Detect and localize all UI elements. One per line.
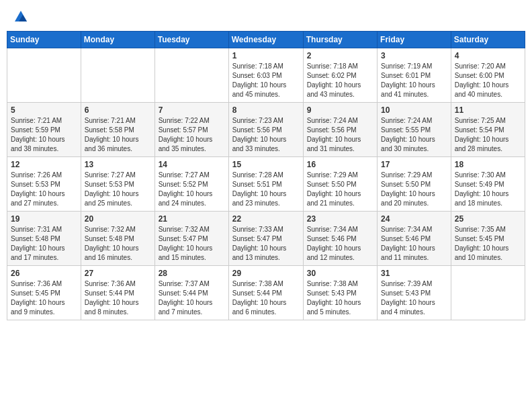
day-number: 31 — [381, 269, 447, 278]
day-info: Sunrise: 7:30 AM Sunset: 5:49 PM Dayligh… — [455, 171, 521, 208]
day-info: Sunrise: 7:18 AM Sunset: 6:02 PM Dayligh… — [307, 62, 373, 99]
day-info: Sunrise: 7:38 AM Sunset: 5:43 PM Dayligh… — [307, 279, 373, 317]
day-info: Sunrise: 7:36 AM Sunset: 5:45 PM Dayligh… — [11, 279, 77, 317]
day-info: Sunrise: 7:27 AM Sunset: 5:52 PM Dayligh… — [159, 171, 225, 208]
calendar-cell: 19Sunrise: 7:31 AM Sunset: 5:48 PM Dayli… — [7, 212, 81, 266]
calendar-cell: 11Sunrise: 7:25 AM Sunset: 5:54 PM Dayli… — [451, 103, 525, 157]
calendar-cell: 22Sunrise: 7:33 AM Sunset: 5:47 PM Dayli… — [228, 212, 303, 266]
day-info: Sunrise: 7:23 AM Sunset: 5:56 PM Dayligh… — [232, 116, 300, 154]
weekday-header-friday: Friday — [378, 32, 451, 48]
calendar-cell: 17Sunrise: 7:29 AM Sunset: 5:50 PM Dayli… — [378, 157, 451, 212]
day-info: Sunrise: 7:26 AM Sunset: 5:53 PM Dayligh… — [11, 171, 77, 208]
calendar-cell: 3Sunrise: 7:19 AM Sunset: 6:01 PM Daylig… — [378, 48, 451, 103]
calendar-cell: 7Sunrise: 7:22 AM Sunset: 5:57 PM Daylig… — [154, 103, 228, 157]
calendar-cell — [81, 48, 154, 103]
calendar-cell — [7, 48, 81, 103]
day-info: Sunrise: 7:37 AM Sunset: 5:44 PM Dayligh… — [159, 279, 225, 317]
day-number: 16 — [307, 160, 373, 169]
calendar-cell: 8Sunrise: 7:23 AM Sunset: 5:56 PM Daylig… — [228, 103, 303, 157]
calendar-cell: 5Sunrise: 7:21 AM Sunset: 5:59 PM Daylig… — [7, 103, 81, 157]
day-info: Sunrise: 7:22 AM Sunset: 5:57 PM Dayligh… — [159, 116, 225, 154]
day-info: Sunrise: 7:34 AM Sunset: 5:46 PM Dayligh… — [381, 225, 447, 263]
calendar-cell: 1Sunrise: 7:18 AM Sunset: 6:03 PM Daylig… — [228, 48, 303, 103]
calendar-week-2: 5Sunrise: 7:21 AM Sunset: 5:59 PM Daylig… — [7, 103, 525, 157]
day-info: Sunrise: 7:36 AM Sunset: 5:44 PM Dayligh… — [85, 279, 151, 317]
day-number: 5 — [11, 105, 77, 115]
day-number: 17 — [381, 160, 447, 169]
day-info: Sunrise: 7:19 AM Sunset: 6:01 PM Dayligh… — [381, 62, 447, 99]
calendar-cell: 28Sunrise: 7:37 AM Sunset: 5:44 PM Dayli… — [154, 266, 228, 320]
day-info: Sunrise: 7:28 AM Sunset: 5:51 PM Dayligh… — [232, 171, 300, 208]
weekday-header-wednesday: Wednesday — [228, 32, 303, 48]
calendar-cell: 30Sunrise: 7:38 AM Sunset: 5:43 PM Dayli… — [303, 266, 377, 320]
calendar-cell: 13Sunrise: 7:27 AM Sunset: 5:53 PM Dayli… — [81, 157, 154, 212]
day-number: 18 — [455, 160, 521, 169]
calendar-cell — [154, 48, 228, 103]
calendar-cell: 23Sunrise: 7:34 AM Sunset: 5:46 PM Dayli… — [303, 212, 377, 266]
calendar-cell: 4Sunrise: 7:20 AM Sunset: 6:00 PM Daylig… — [451, 48, 525, 103]
day-number: 15 — [232, 160, 300, 169]
day-info: Sunrise: 7:21 AM Sunset: 5:59 PM Dayligh… — [11, 116, 77, 154]
day-number: 25 — [455, 214, 521, 224]
day-info: Sunrise: 7:21 AM Sunset: 5:58 PM Dayligh… — [85, 116, 151, 154]
day-number: 19 — [11, 214, 77, 224]
day-info: Sunrise: 7:24 AM Sunset: 5:56 PM Dayligh… — [307, 116, 373, 154]
day-number: 22 — [232, 214, 300, 224]
day-number: 3 — [381, 51, 447, 60]
calendar-cell: 26Sunrise: 7:36 AM Sunset: 5:45 PM Dayli… — [7, 266, 81, 320]
weekday-header-monday: Monday — [81, 32, 154, 48]
calendar-cell: 14Sunrise: 7:27 AM Sunset: 5:52 PM Dayli… — [154, 157, 228, 212]
weekday-header-sunday: Sunday — [7, 32, 81, 48]
calendar-cell: 18Sunrise: 7:30 AM Sunset: 5:49 PM Dayli… — [451, 157, 525, 212]
logo — [12, 9, 28, 24]
calendar-week-3: 12Sunrise: 7:26 AM Sunset: 5:53 PM Dayli… — [7, 157, 525, 212]
calendar-week-1: 1Sunrise: 7:18 AM Sunset: 6:03 PM Daylig… — [7, 48, 525, 103]
calendar-header-row: SundayMondayTuesdayWednesdayThursdayFrid… — [7, 32, 525, 48]
day-info: Sunrise: 7:39 AM Sunset: 5:43 PM Dayligh… — [381, 279, 447, 317]
calendar-cell: 2Sunrise: 7:18 AM Sunset: 6:02 PM Daylig… — [303, 48, 377, 103]
day-number: 1 — [232, 51, 300, 60]
day-info: Sunrise: 7:35 AM Sunset: 5:45 PM Dayligh… — [455, 225, 521, 263]
day-info: Sunrise: 7:31 AM Sunset: 5:48 PM Dayligh… — [11, 225, 77, 263]
day-info: Sunrise: 7:29 AM Sunset: 5:50 PM Dayligh… — [381, 171, 447, 208]
day-number: 2 — [307, 51, 373, 60]
calendar-cell: 29Sunrise: 7:38 AM Sunset: 5:44 PM Dayli… — [228, 266, 303, 320]
day-info: Sunrise: 7:32 AM Sunset: 5:47 PM Dayligh… — [159, 225, 225, 263]
day-info: Sunrise: 7:24 AM Sunset: 5:55 PM Dayligh… — [381, 116, 447, 154]
day-number: 8 — [232, 105, 300, 115]
day-number: 29 — [232, 269, 300, 278]
day-info: Sunrise: 7:25 AM Sunset: 5:54 PM Dayligh… — [455, 116, 521, 154]
day-number: 24 — [381, 214, 447, 224]
calendar-week-5: 26Sunrise: 7:36 AM Sunset: 5:45 PM Dayli… — [7, 266, 525, 320]
weekday-header-saturday: Saturday — [451, 32, 525, 48]
day-number: 13 — [85, 160, 151, 169]
calendar-week-4: 19Sunrise: 7:31 AM Sunset: 5:48 PM Dayli… — [7, 212, 525, 266]
page-header — [7, 7, 525, 27]
day-info: Sunrise: 7:27 AM Sunset: 5:53 PM Dayligh… — [85, 171, 151, 208]
calendar-cell: 21Sunrise: 7:32 AM Sunset: 5:47 PM Dayli… — [154, 212, 228, 266]
weekday-header-tuesday: Tuesday — [154, 32, 228, 48]
day-number: 20 — [85, 214, 151, 224]
day-info: Sunrise: 7:33 AM Sunset: 5:47 PM Dayligh… — [232, 225, 300, 263]
day-info: Sunrise: 7:29 AM Sunset: 5:50 PM Dayligh… — [307, 171, 373, 208]
day-number: 4 — [455, 51, 521, 60]
day-number: 27 — [85, 269, 151, 278]
calendar-cell: 25Sunrise: 7:35 AM Sunset: 5:45 PM Dayli… — [451, 212, 525, 266]
day-number: 21 — [159, 214, 225, 224]
calendar-cell: 15Sunrise: 7:28 AM Sunset: 5:51 PM Dayli… — [228, 157, 303, 212]
calendar-cell — [451, 266, 525, 320]
calendar-cell: 16Sunrise: 7:29 AM Sunset: 5:50 PM Dayli… — [303, 157, 377, 212]
calendar-table: SundayMondayTuesdayWednesdayThursdayFrid… — [7, 31, 525, 320]
day-info: Sunrise: 7:20 AM Sunset: 6:00 PM Dayligh… — [455, 62, 521, 99]
day-number: 7 — [159, 105, 225, 115]
day-number: 26 — [11, 269, 77, 278]
calendar-cell: 24Sunrise: 7:34 AM Sunset: 5:46 PM Dayli… — [378, 212, 451, 266]
calendar-cell: 31Sunrise: 7:39 AM Sunset: 5:43 PM Dayli… — [378, 266, 451, 320]
day-number: 14 — [159, 160, 225, 169]
calendar-cell: 9Sunrise: 7:24 AM Sunset: 5:56 PM Daylig… — [303, 103, 377, 157]
logo-icon — [13, 9, 28, 24]
calendar-cell: 6Sunrise: 7:21 AM Sunset: 5:58 PM Daylig… — [81, 103, 154, 157]
calendar-cell: 12Sunrise: 7:26 AM Sunset: 5:53 PM Dayli… — [7, 157, 81, 212]
day-number: 9 — [307, 105, 373, 115]
day-number: 10 — [381, 105, 447, 115]
